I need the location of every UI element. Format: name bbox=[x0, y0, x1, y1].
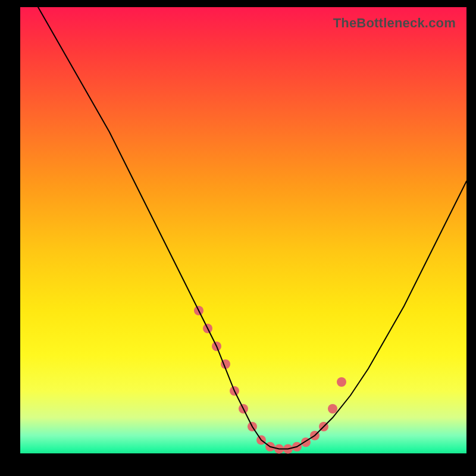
chart-area: TheBottleneck.com bbox=[20, 7, 466, 453]
curve-line bbox=[38, 7, 466, 449]
scatter-point bbox=[328, 404, 337, 414]
scatter-point bbox=[337, 377, 346, 387]
chart-svg bbox=[20, 7, 466, 453]
scatter-layer bbox=[194, 306, 346, 454]
